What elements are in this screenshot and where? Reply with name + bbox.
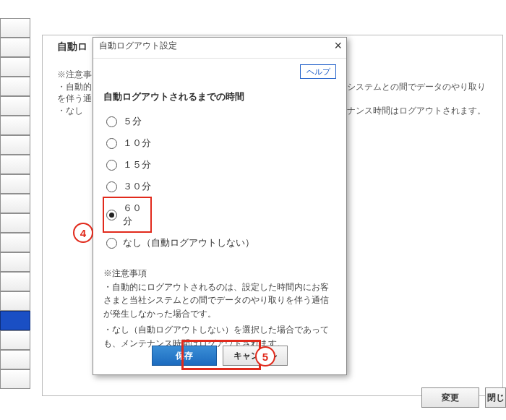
side-button[interactable] [0, 194, 30, 213]
side-button[interactable] [0, 57, 30, 77]
radio-icon [106, 138, 117, 149]
page-desc-line: ・自動的 [57, 81, 92, 93]
side-button[interactable] [0, 291, 30, 311]
step-marker-5: 5 [255, 346, 275, 367]
section-title: 自動ログアウトされるまでの時間 [103, 90, 336, 103]
side-button-active[interactable] [0, 311, 30, 330]
radio-option-10min[interactable]: １０分 [103, 132, 336, 154]
radio-option-15min[interactable]: １５分 [103, 154, 336, 176]
page-close-button[interactable]: 閉じ [485, 387, 506, 408]
note-heading: ※注意事項 [103, 267, 336, 280]
radio-label: ５分 [123, 115, 142, 128]
radio-icon [106, 181, 117, 192]
radio-label: １０分 [123, 137, 151, 150]
side-button[interactable] [0, 174, 30, 194]
side-button[interactable] [0, 135, 30, 155]
side-button[interactable] [0, 18, 30, 38]
side-button[interactable] [0, 38, 30, 57]
radio-icon [106, 116, 117, 127]
left-button-column [0, 18, 36, 389]
page-desc-line: ナンス時間はログアウトされます。 [347, 105, 486, 117]
radio-label: ６０分 [123, 202, 148, 228]
side-button[interactable] [0, 233, 30, 252]
page-title: 自動ロ [57, 40, 87, 53]
radio-option-30min[interactable]: ３０分 [103, 176, 336, 197]
side-button[interactable] [0, 77, 30, 96]
side-button[interactable] [0, 369, 30, 389]
radio-icon [106, 210, 117, 220]
auto-logout-dialog: 自動ログアウト設定 × ヘルプ 自動ログアウトされるまでの時間 ５分 １０分 １… [93, 37, 347, 375]
page-desc-line: を伴う通 [57, 93, 92, 105]
radio-icon [106, 238, 117, 249]
radio-icon [106, 160, 117, 171]
step-marker-4: 4 [73, 223, 93, 243]
side-button[interactable] [0, 272, 30, 291]
side-button[interactable] [0, 213, 30, 233]
radio-label: ３０分 [123, 180, 151, 193]
side-button[interactable] [0, 96, 30, 116]
help-button[interactable]: ヘルプ [300, 64, 336, 79]
radio-label: １５分 [123, 158, 151, 171]
radio-group-timeout: ５分 １０分 １５分 ３０分 ６０分 [103, 111, 336, 254]
dialog-footer: 保存 キャンセル [93, 337, 346, 374]
note-line: ・自動的にログアウトされるのは、設定した時間内にお客さまと当社システムとの間でデ… [103, 280, 336, 321]
page-note-label: ※注意事 [57, 69, 92, 81]
side-button[interactable] [0, 116, 30, 135]
side-button[interactable] [0, 155, 30, 174]
save-button[interactable]: 保存 [152, 346, 217, 366]
radio-option-5min[interactable]: ５分 [103, 111, 336, 132]
side-button[interactable] [0, 252, 30, 272]
dialog-title: 自動ログアウト設定 [99, 40, 177, 51]
change-button[interactable]: 変更 [421, 387, 479, 408]
side-button[interactable] [0, 330, 30, 350]
page-desc-line: システムとの間でデータのやり取り [347, 81, 486, 93]
radio-option-none[interactable]: なし（自動ログアウトしない） [103, 232, 336, 254]
radio-label: なし（自動ログアウトしない） [123, 236, 254, 249]
dialog-titlebar: 自動ログアウト設定 × [93, 38, 346, 59]
page-desc-line: ・なし [57, 105, 83, 117]
side-button[interactable] [0, 350, 30, 369]
radio-option-60min[interactable]: ６０分 [103, 197, 151, 232]
close-icon[interactable]: × [334, 39, 342, 52]
